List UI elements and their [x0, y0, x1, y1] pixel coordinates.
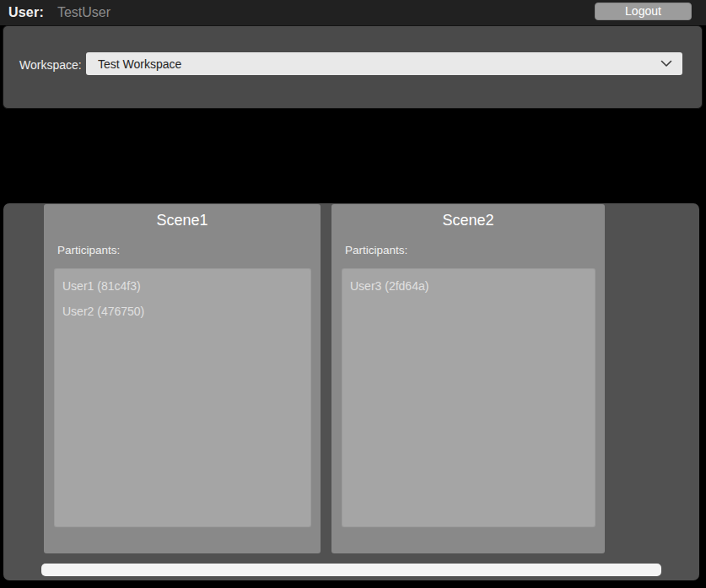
chevron-down-icon — [660, 60, 672, 67]
participant-list-item[interactable]: User1 (81c4f3) — [54, 274, 311, 299]
workspace-label: Workspace: — [19, 54, 82, 77]
scene-title: Scene1 — [44, 212, 321, 229]
topbar: User: TestUser Logout — [0, 0, 706, 25]
participants-label: Participants: — [57, 244, 321, 256]
scene-card-1: Scene1 Participants: User1 (81c4f3)User2… — [44, 204, 321, 553]
participant-list-item[interactable]: User2 (476750) — [54, 299, 311, 325]
logout-button[interactable]: Logout — [595, 3, 692, 20]
participant-list[interactable]: User1 (81c4f3)User2 (476750) — [54, 268, 311, 527]
scene-card-2: Scene2 Participants: User3 (2fd64a) — [331, 204, 605, 553]
app-window: User: TestUser Logout Workspace: Test Wo… — [0, 0, 706, 588]
workspace-select[interactable]: Test Workspace — [86, 52, 682, 75]
participant-list[interactable]: User3 (2fd64a) — [342, 268, 596, 527]
participants-label: Participants: — [345, 244, 605, 256]
workspace-selected-value: Test Workspace — [98, 57, 660, 71]
scene-title: Scene2 — [331, 212, 605, 229]
participant-list-item[interactable]: User3 (2fd64a) — [342, 274, 596, 299]
scenes-panel: Scene1 Participants: User1 (81c4f3)User2… — [3, 203, 699, 580]
horizontal-scrollbar[interactable] — [41, 564, 661, 576]
user-label: User: — [8, 5, 44, 20]
workspace-panel: Workspace: Test Workspace — [3, 25, 703, 109]
user-name: TestUser — [57, 5, 110, 20]
